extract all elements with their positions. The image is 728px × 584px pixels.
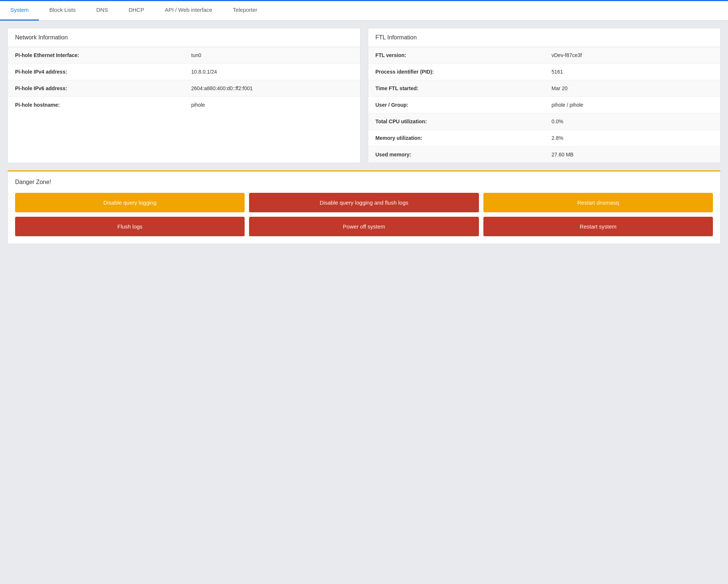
- row-value: 5161: [544, 64, 720, 80]
- row-value: Mar 20: [544, 80, 720, 97]
- restart-dnsmasq-button[interactable]: Restart dnsmasq: [483, 193, 713, 212]
- row-key: Pi-hole Ethernet Interface:: [8, 47, 184, 64]
- tab-system[interactable]: System: [0, 0, 39, 21]
- table-row: Pi-hole Ethernet Interface: tun0: [8, 47, 360, 64]
- row-value: tun0: [184, 47, 360, 64]
- row-key: Time FTL started:: [368, 80, 544, 97]
- table-row: Process identifier (PID): 5161: [368, 64, 721, 80]
- table-row: Total CPU utilization: 0.0%: [368, 113, 721, 130]
- row-key: Used memory:: [368, 146, 544, 163]
- ftl-info-panel: FTL Information FTL version: vDev-f87ce3…: [368, 28, 721, 163]
- ftl-info-table: FTL version: vDev-f87ce3f Process identi…: [368, 47, 721, 163]
- power-off-system-button[interactable]: Power off system: [249, 217, 479, 236]
- row-key: User / Group:: [368, 97, 544, 113]
- table-row: Memory utilization: 2.8%: [368, 130, 721, 146]
- row-key: Total CPU utilization:: [368, 113, 544, 130]
- main-content: Network Information Pi-hole Ethernet Int…: [0, 21, 728, 251]
- row-value: pihole / pihole: [544, 97, 720, 113]
- row-value: pihole: [184, 97, 360, 113]
- disable-query-logging-button[interactable]: Disable query logging: [15, 193, 245, 212]
- row-key: Memory utilization:: [368, 130, 544, 146]
- row-value: 2.8%: [544, 130, 720, 146]
- restart-system-button[interactable]: Restart system: [483, 217, 713, 236]
- network-info-panel: Network Information Pi-hole Ethernet Int…: [7, 28, 361, 163]
- top-bar: System Block Lists DNS DHCP API / Web in…: [0, 0, 728, 21]
- table-row: Pi-hole hostname: pihole: [8, 97, 360, 113]
- row-key: Pi-hole IPv6 address:: [8, 80, 184, 97]
- row-value: 0.0%: [544, 113, 720, 130]
- table-row: Used memory: 27.60 MB: [368, 146, 721, 163]
- danger-zone-title: Danger Zone!: [15, 179, 713, 185]
- ftl-info-title: FTL Information: [368, 28, 721, 47]
- danger-zone-buttons: Disable query loggingDisable query loggi…: [15, 193, 713, 236]
- row-key: Pi-hole hostname:: [8, 97, 184, 113]
- flush-logs-button[interactable]: Flush logs: [15, 217, 245, 236]
- row-value: 27.60 MB: [544, 146, 720, 163]
- tab-block-lists[interactable]: Block Lists: [39, 0, 86, 21]
- tab-api-web-interface[interactable]: API / Web interface: [155, 0, 223, 21]
- row-value: 10.8.0.1/24: [184, 64, 360, 80]
- row-key: Process identifier (PID):: [368, 64, 544, 80]
- table-row: Pi-hole IPv6 address: 2604:a880:400:d0::…: [8, 80, 360, 97]
- network-info-title: Network Information: [8, 28, 360, 47]
- row-value: 2604:a880:400:d0::ff2:f001: [184, 80, 360, 97]
- table-row: FTL version: vDev-f87ce3f: [368, 47, 721, 64]
- table-row: Pi-hole IPv4 address: 10.8.0.1/24: [8, 64, 360, 80]
- tab-dns[interactable]: DNS: [86, 0, 118, 21]
- tab-teleporter[interactable]: Teleporter: [223, 0, 268, 21]
- disable-query-logging-and-flush-logs-button[interactable]: Disable query logging and flush logs: [249, 193, 479, 212]
- row-key: Pi-hole IPv4 address:: [8, 64, 184, 80]
- network-info-table: Pi-hole Ethernet Interface: tun0 Pi-hole…: [8, 47, 360, 113]
- table-row: User / Group: pihole / pihole: [368, 97, 721, 113]
- row-key: FTL version:: [368, 47, 544, 64]
- danger-zone-panel: Danger Zone! Disable query loggingDisabl…: [7, 170, 721, 244]
- table-row: Time FTL started: Mar 20: [368, 80, 721, 97]
- tab-dhcp[interactable]: DHCP: [118, 0, 155, 21]
- info-columns: Network Information Pi-hole Ethernet Int…: [7, 28, 721, 163]
- row-value: vDev-f87ce3f: [544, 47, 720, 64]
